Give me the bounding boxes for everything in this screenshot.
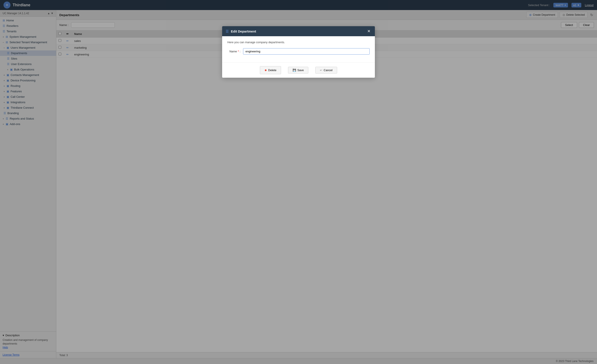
cancel-label: Cancel xyxy=(324,69,332,72)
modal-footer: ● Delete 💾 Save ↩ Cancel xyxy=(222,63,375,78)
name-label: Name * : xyxy=(227,50,240,53)
delete-button[interactable]: ● Delete xyxy=(260,66,281,74)
save-label: Save xyxy=(297,69,304,72)
modal-header-left: ☰ Edit Department xyxy=(226,29,256,33)
required-indicator: * xyxy=(238,50,239,53)
modal-overlay: ☰ Edit Department ✕ Here you can manage … xyxy=(0,0,597,364)
modal-header: ☰ Edit Department ✕ xyxy=(222,26,375,36)
cancel-icon: ↩ xyxy=(320,69,322,72)
modal-description: Here you can manage company departments. xyxy=(227,40,370,44)
edit-department-modal: ☰ Edit Department ✕ Here you can manage … xyxy=(222,26,375,78)
delete-icon: ● xyxy=(265,68,267,72)
modal-header-icon: ☰ xyxy=(226,29,229,33)
colon: : xyxy=(240,50,240,53)
cancel-button[interactable]: ↩ Cancel xyxy=(315,67,337,73)
department-name-input[interactable] xyxy=(243,48,370,55)
delete-label: Delete xyxy=(268,69,276,72)
modal-body: Here you can manage company departments.… xyxy=(222,36,375,63)
modal-title: Edit Department xyxy=(231,30,256,33)
name-form-row: Name * : xyxy=(227,48,370,55)
save-button[interactable]: 💾 Save xyxy=(288,67,308,73)
modal-close-button[interactable]: ✕ xyxy=(366,29,371,34)
save-icon: 💾 xyxy=(293,69,296,72)
